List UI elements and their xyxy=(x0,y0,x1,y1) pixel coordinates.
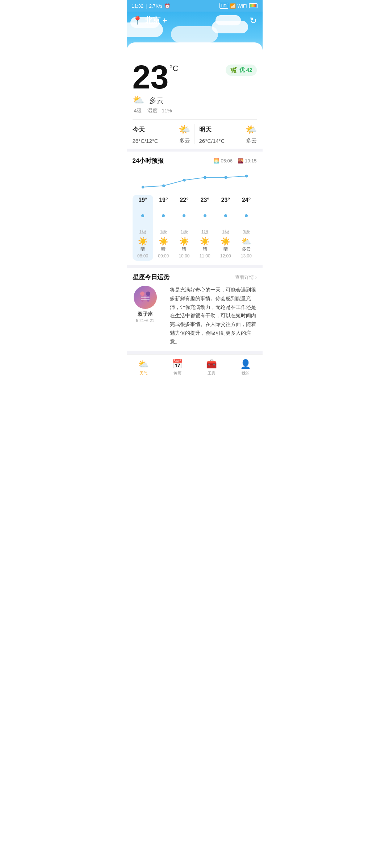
svg-rect-11 xyxy=(141,299,150,300)
sunrise-info: 🌅 05:06 🌇 19:15 xyxy=(213,158,256,164)
tomorrow-label: 明天 xyxy=(199,125,212,134)
section-divider-2 xyxy=(127,265,263,268)
status-time: 11:32 xyxy=(132,3,144,9)
svg-point-3 xyxy=(204,176,206,179)
tomorrow-icon: 🌤️ xyxy=(245,124,257,135)
nav-weather[interactable]: ⛅ 天气 xyxy=(127,357,161,377)
status-bar: 11:32 | 2.7K/s ⏰ HD 📶 WiFi xyxy=(127,0,263,12)
horoscope-section: 星座今日运势 查看详情 › 双子座 5-21~6-21 将是充满好奇心的一天，可… xyxy=(127,268,263,351)
battery-icon xyxy=(249,3,258,8)
hour-time-0: 08:00 xyxy=(137,253,148,261)
hour-wind-0: 1级 xyxy=(139,229,146,235)
hour-time-3: 11:00 xyxy=(200,253,210,261)
hour-wind-2: 1级 xyxy=(180,229,188,235)
nav-profile[interactable]: 👤 我的 xyxy=(229,357,263,377)
today-icon: 🌤️ xyxy=(179,124,190,135)
hour-col-0: 19° 1级 ☀️ 晴 08:00 xyxy=(133,195,153,261)
weather-detail: 4级 湿度 11% xyxy=(134,108,257,114)
nav-tools-label: 工具 xyxy=(208,371,216,376)
sky-header: 📍 北京 + ↻ xyxy=(127,12,263,55)
nav-weather-label: 天气 xyxy=(139,371,147,376)
forecast-row: 今天 🌤️ 26°C/12°C 多云 明天 🌤️ 26°C/14°C 多云 xyxy=(133,119,257,144)
hour-time-2: 10:00 xyxy=(179,253,189,261)
svg-point-8 xyxy=(140,292,145,296)
temperature-value: 23 xyxy=(133,61,169,94)
hour-wind-1: 1级 xyxy=(160,229,167,235)
hourly-section: 24小时预报 🌅 05:06 🌇 19:15 19° 1级 xyxy=(127,152,263,265)
horoscope-sign[interactable]: 双子座 5-21~6-21 xyxy=(133,286,158,346)
hour-temp-3: 23° xyxy=(201,195,209,203)
aqi-badge[interactable]: 🌿 优 42 xyxy=(226,65,257,76)
hour-col-5: 24° 3级 ⛅ 多云 13:00 xyxy=(236,195,256,261)
svg-point-5 xyxy=(245,175,248,178)
vertical-divider xyxy=(164,286,164,346)
nav-profile-icon: 👤 xyxy=(240,359,251,369)
leaf-icon: 🌿 xyxy=(230,67,237,74)
humidity-label: 湿度 xyxy=(147,108,158,113)
hour-temp-5: 24° xyxy=(242,195,251,203)
section-divider-1 xyxy=(127,149,263,152)
svg-point-1 xyxy=(162,184,165,187)
nav-calendar-label: 黄历 xyxy=(173,371,181,376)
today-condition: 多云 xyxy=(179,137,190,144)
tomorrow-condition: 多云 xyxy=(246,137,257,144)
hour-icon-0: ☀️ xyxy=(138,237,148,246)
sunrise-icon: 🌅 xyxy=(213,158,219,164)
horoscope-description: 将是充满好奇心的一天，可能会遇到很多新鲜有趣的事情。你会感到能量充沛，让你充满动… xyxy=(170,286,257,346)
tomorrow-forecast: 明天 🌤️ 26°C/14°C 多云 xyxy=(195,124,257,144)
sunrise-time: 05:06 xyxy=(221,158,233,164)
add-location-button[interactable]: + xyxy=(163,16,167,25)
status-right: HD 📶 WiFi xyxy=(219,3,258,9)
svg-point-4 xyxy=(224,176,227,179)
today-label: 今天 xyxy=(133,125,145,134)
hd-label: HD xyxy=(219,3,228,9)
nav-calendar-icon: 📅 xyxy=(172,359,183,369)
hour-icon-3: ☀️ xyxy=(200,237,210,246)
section-divider-3 xyxy=(127,351,263,354)
alarm-icon: ⏰ xyxy=(164,3,170,9)
bottom-nav: ⛅ 天气 📅 黄历 🧰 工具 👤 我的 xyxy=(127,354,263,385)
hour-wind-5: 3级 xyxy=(243,229,250,235)
location-display[interactable]: 📍 北京 + xyxy=(133,15,167,26)
hour-icon-1: ☀️ xyxy=(159,237,168,246)
location-pin-icon: 📍 xyxy=(133,16,142,25)
hour-temp-2: 22° xyxy=(180,195,188,203)
sunset-time: 19:15 xyxy=(245,158,257,164)
hour-temp-0: 19° xyxy=(138,195,147,203)
hour-icon-4: ☀️ xyxy=(221,237,230,246)
hourly-columns: 19° 1级 ☀️ 晴 08:00 19° 1级 ☀️ 晴 09:00 22° … xyxy=(133,195,257,261)
status-network: | xyxy=(146,3,147,9)
location-city: 北京 xyxy=(145,15,160,26)
sunset-icon: 🌇 xyxy=(238,158,243,164)
hour-condition-4: 晴 xyxy=(223,246,228,252)
hour-time-1: 09:00 xyxy=(158,253,169,261)
wifi-icon: WiFi xyxy=(238,3,247,9)
hour-wind-3: 1级 xyxy=(201,229,208,235)
hour-temp-1: 19° xyxy=(159,195,168,203)
signal-icon: 📶 xyxy=(230,3,236,9)
today-forecast: 今天 🌤️ 26°C/12°C 多云 xyxy=(133,124,195,144)
horoscope-more-link[interactable]: 查看详情 › xyxy=(235,274,257,281)
horoscope-title: 星座今日运势 xyxy=(133,273,170,281)
weather-card: 23 °C 🌿 优 42 ⛅ 多云 4级 湿度 11% 今天 🌤️ 26°C/1… xyxy=(127,55,263,149)
nav-calendar[interactable]: 📅 黄历 xyxy=(160,357,194,377)
svg-point-9 xyxy=(146,292,150,296)
hour-time-4: 12:00 xyxy=(220,253,231,261)
status-left: 11:32 | 2.7K/s ⏰ xyxy=(132,3,171,9)
sign-avatar xyxy=(134,286,157,309)
sign-name: 双子座 xyxy=(138,311,153,318)
nav-profile-label: 我的 xyxy=(242,371,250,376)
nav-tools[interactable]: 🧰 工具 xyxy=(194,357,229,377)
temperature-display: 23 °C xyxy=(133,61,179,94)
svg-rect-10 xyxy=(141,297,150,298)
hour-temp-4: 23° xyxy=(221,195,230,203)
refresh-button[interactable]: ↻ xyxy=(250,16,257,26)
temperature-unit: °C xyxy=(170,64,179,73)
today-temps: 26°C/12°C xyxy=(133,138,158,144)
nav-tools-icon: 🧰 xyxy=(206,359,217,369)
weather-icon: ⛅ xyxy=(133,94,144,106)
humidity-value: 11% xyxy=(162,108,172,113)
hour-condition-5: 多云 xyxy=(242,246,251,252)
hour-time-5: 13:00 xyxy=(241,253,252,261)
hour-condition-2: 晴 xyxy=(182,246,186,252)
